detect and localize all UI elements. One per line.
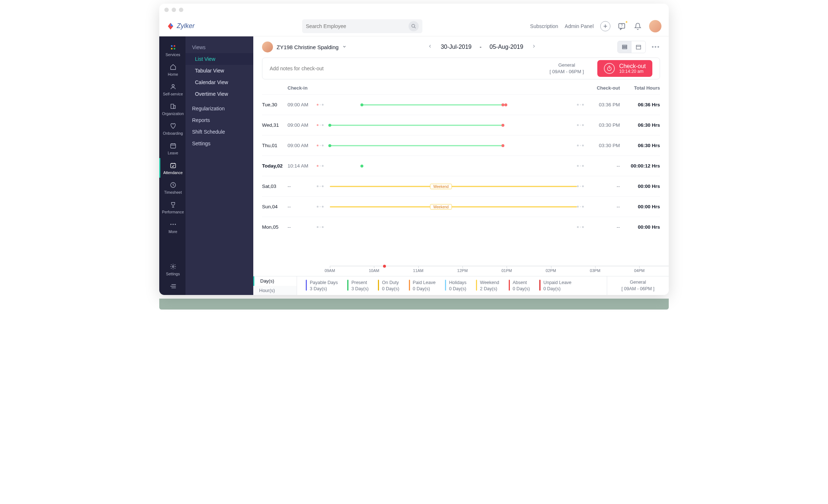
legend-item: Unpaid Leave0 Day(s) xyxy=(539,280,571,292)
attendance-row[interactable]: Tue,3009:00 AM03:36 PM06:36 Hrs xyxy=(262,94,660,115)
side-panel: Views List View Tabular View Calendar Vi… xyxy=(185,36,253,295)
add-icon[interactable] xyxy=(600,21,610,31)
axis-label: 09AM xyxy=(325,268,335,273)
now-marker xyxy=(383,265,386,268)
legend-label: Unpaid Leave xyxy=(543,280,571,286)
subscription-link[interactable]: Subscription xyxy=(530,23,558,29)
panel-tabular-view[interactable]: Tabular View xyxy=(185,65,253,76)
panel-shift-schedule[interactable]: Shift Schedule xyxy=(185,126,253,138)
list-layout-button[interactable] xyxy=(618,41,632,53)
rail-performance[interactable]: Performance xyxy=(159,197,185,217)
panel-reports[interactable]: Reports xyxy=(185,114,253,126)
row-day: Sat,03 xyxy=(262,184,288,189)
rail-label: Timesheet xyxy=(164,190,182,194)
window-min-dot[interactable] xyxy=(172,8,176,12)
notifications-icon[interactable] xyxy=(633,21,643,31)
svg-rect-28 xyxy=(622,45,627,46)
footer-hours-tab[interactable]: Hour(s) xyxy=(253,286,297,295)
rail-leave[interactable]: Leave xyxy=(159,138,185,158)
axis-label: 10AM xyxy=(369,268,379,273)
legend-color xyxy=(347,280,348,291)
legend-color xyxy=(306,280,307,291)
checkout-button[interactable]: Check-out 10:14:20 am xyxy=(597,60,652,77)
attendance-row[interactable]: Sun,04--Weekend--00:00 Hrs xyxy=(262,196,660,217)
axis-label: 11AM xyxy=(413,268,423,273)
checkout-notes-input[interactable] xyxy=(270,66,545,71)
rail-services[interactable]: Services xyxy=(159,40,185,60)
brand-logo[interactable]: Zylker xyxy=(167,22,195,30)
rail-self-service[interactable]: Self-service xyxy=(159,79,185,99)
shift-hours: [ 09AM - 06PM ] xyxy=(545,68,589,75)
checkout-dots xyxy=(577,206,594,208)
organization-icon xyxy=(169,103,177,110)
svg-point-22 xyxy=(172,224,173,225)
checkin-dots xyxy=(317,104,330,106)
checkout-label: Check-out xyxy=(619,63,646,70)
rail-label: Performance xyxy=(162,210,184,214)
rail-label: Attendance xyxy=(163,170,183,175)
attendance-row[interactable]: Today,0210:14 AM--00:00:12 Hrs xyxy=(262,155,660,176)
footer-days-tab[interactable]: Day(s) xyxy=(253,276,297,286)
panel-list-view[interactable]: List View xyxy=(185,53,253,65)
checkin-dots xyxy=(317,206,330,208)
employee-picker[interactable]: ZY198 Christine Spalding xyxy=(262,42,347,52)
row-day: Wed,31 xyxy=(262,122,288,128)
rail-more[interactable]: More xyxy=(159,217,185,237)
rail-attendance[interactable]: Attendance xyxy=(159,158,185,178)
panel-overtime-view[interactable]: Overtime View xyxy=(185,88,253,100)
row-timeline xyxy=(330,142,577,149)
help-chat-icon[interactable]: ? ✦ xyxy=(617,21,626,31)
row-total: 00:00 Hrs xyxy=(620,184,660,189)
collapse-icon xyxy=(169,283,177,290)
time-axis: 09AM10AM11AM12PM01PM02PM03PM04PM05PM06PM xyxy=(262,266,660,276)
col-checkout: Check-out xyxy=(594,85,620,91)
row-timeline: Weekend xyxy=(330,183,577,190)
footer-shift-info: General [ 09AM - 06PM ] xyxy=(607,276,669,295)
rail-label: Settings xyxy=(166,272,180,276)
next-range-button[interactable] xyxy=(531,44,536,50)
row-total: 06:36 Hrs xyxy=(620,102,660,107)
svg-point-7 xyxy=(173,45,175,47)
checkout-dots xyxy=(577,104,594,106)
rail-settings[interactable]: Settings xyxy=(159,259,185,279)
search-icon[interactable] xyxy=(409,21,419,31)
rail-label: Organization xyxy=(162,111,184,116)
panel-calendar-view[interactable]: Calendar View xyxy=(185,76,253,88)
admin-panel-link[interactable]: Admin Panel xyxy=(565,23,594,29)
svg-point-23 xyxy=(175,224,176,225)
leave-icon xyxy=(169,142,177,149)
search-input[interactable] xyxy=(306,23,409,29)
legend-color xyxy=(539,280,540,291)
rail-organization[interactable]: Organization xyxy=(159,99,185,119)
rail-home[interactable]: Home xyxy=(159,60,185,79)
panel-settings[interactable]: Settings xyxy=(185,138,253,149)
window-close-dot[interactable] xyxy=(164,8,169,12)
svg-point-24 xyxy=(172,266,174,268)
svg-text:?: ? xyxy=(621,23,623,27)
rail-collapse[interactable] xyxy=(159,279,185,295)
attendance-row[interactable]: Thu,0109:00 AM03:30 PM06:30 Hrs xyxy=(262,135,660,155)
rail-onboarding[interactable]: Onboarding xyxy=(159,119,185,138)
search-box[interactable] xyxy=(302,19,422,33)
legend-value: 3 Day(s) xyxy=(310,286,338,292)
axis-label: 12PM xyxy=(457,268,468,273)
more-actions-button[interactable]: ••• xyxy=(652,44,660,50)
attendance-row[interactable]: Sat,03--Weekend--00:00 Hrs xyxy=(262,176,660,196)
svg-point-10 xyxy=(172,84,174,87)
profile-avatar[interactable] xyxy=(649,20,661,32)
prev-range-button[interactable] xyxy=(427,44,433,50)
panel-regularization[interactable]: Regularization xyxy=(185,103,253,114)
rail-timesheet[interactable]: Timesheet xyxy=(159,178,185,197)
attendance-row[interactable]: Wed,3109:00 AM03:30 PM06:30 Hrs xyxy=(262,115,660,135)
services-icon xyxy=(169,44,177,51)
panel-views-header: Views xyxy=(185,42,253,53)
window-max-dot[interactable] xyxy=(179,8,183,12)
self-service-icon xyxy=(169,83,177,90)
date-range-start: 30-Jul-2019 xyxy=(441,44,472,50)
calendar-layout-button[interactable] xyxy=(632,41,645,53)
attendance-row[interactable]: Mon,05----00:00 Hrs xyxy=(262,217,660,237)
stopwatch-icon xyxy=(604,63,615,74)
legend-label: Holidays xyxy=(449,280,466,286)
checkin-dots xyxy=(317,145,330,146)
gear-icon xyxy=(169,263,177,270)
